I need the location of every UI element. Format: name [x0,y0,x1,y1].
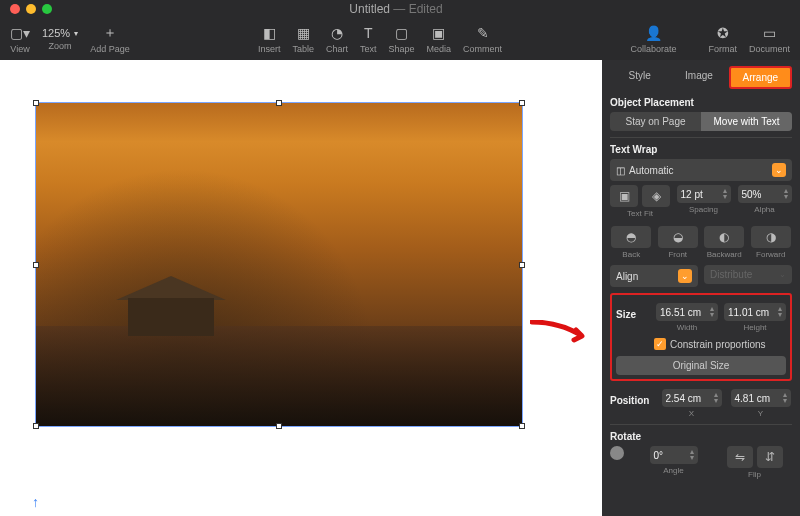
format-inspector: Style Image Arrange Object Placement Sta… [602,60,800,516]
insert-menu[interactable]: ◧Insert [258,24,281,54]
view-menu[interactable]: ▢▾ View [10,24,30,54]
object-placement-title: Object Placement [610,97,792,108]
size-section: Size 16.51 cm▴▾ Width 11.01 cm▴▾ Height … [610,293,792,381]
tab-image[interactable]: Image [669,66,728,89]
resize-handle[interactable] [519,423,525,429]
align-select[interactable]: Align⌄ [610,265,698,287]
window-title: Untitled — Edited [52,2,740,16]
format-icon: ✪ [717,24,729,42]
textfit-rect-button[interactable]: ▣ [610,185,638,207]
chart-icon: ◔ [331,24,343,42]
table-icon: ▦ [297,24,310,42]
textfit-contour-button[interactable]: ◈ [642,185,670,207]
placement-move[interactable]: Move with Text [701,112,792,131]
text-wrap-select[interactable]: ◫Automatic ⌄ [610,159,792,181]
text-icon: T [364,24,373,42]
resize-handle[interactable] [33,262,39,268]
send-backward-button[interactable]: ◐ [704,226,744,248]
title-bar: Untitled — Edited [0,0,800,18]
shape-menu[interactable]: ▢Shape [389,24,415,54]
rotate-title: Rotate [610,431,792,442]
original-size-button[interactable]: Original Size [616,356,786,375]
spacing-stepper[interactable]: 12 pt▴▾ [677,185,731,203]
collaborate-button[interactable]: 👤Collaborate [630,24,676,54]
doc-state: — Edited [393,2,442,16]
add-page-button[interactable]: ＋ Add Page [90,24,130,54]
text-wrap-title: Text Wrap [610,144,792,155]
toolbar: ▢▾ View 125%▾ Zoom ＋ Add Page ◧Insert ▦T… [0,18,800,60]
media-menu[interactable]: ▣Media [427,24,452,54]
zoom-control[interactable]: 125%▾ Zoom [42,27,78,51]
send-back-button[interactable]: ◓ [611,226,651,248]
resize-handle[interactable] [276,100,282,106]
checkmark-icon: ✓ [654,338,666,350]
angle-stepper[interactable]: 0°▴▾ [650,446,698,464]
image-autumn-cabin [36,103,522,426]
doc-name: Untitled [349,2,390,16]
document-icon: ▭ [763,24,776,42]
insert-icon: ◧ [263,24,276,42]
shape-icon: ▢ [395,24,408,42]
flip-horizontal-button[interactable]: ⇋ [727,446,753,468]
placement-stay[interactable]: Stay on Page [610,112,701,131]
wrap-mode-icon: ◫ [616,165,625,176]
text-menu[interactable]: TText [360,24,377,54]
resize-handle[interactable] [519,262,525,268]
bring-front-button[interactable]: ◒ [658,226,698,248]
inspector-tabs: Style Image Arrange [610,66,792,89]
resize-handle[interactable] [33,423,39,429]
comment-icon: ✎ [477,24,489,42]
comment-button[interactable]: ✎Comment [463,24,502,54]
distribute-select: Distribute⌄ [704,265,792,284]
constrain-checkbox[interactable]: ✓ Constrain proportions [616,338,786,350]
rotate-knob[interactable] [610,446,624,460]
collaborate-icon: 👤 [645,24,662,42]
format-button[interactable]: ✪Format [708,24,737,54]
size-title: Size [616,309,650,320]
x-stepper[interactable]: 2.54 cm▴▾ [662,389,722,407]
placement-segmented[interactable]: Stay on Page Move with Text [610,112,792,131]
alpha-stepper[interactable]: 50%▴▾ [738,185,792,203]
width-stepper[interactable]: 16.51 cm▴▾ [656,303,718,321]
add-page-icon: ＋ [103,24,117,42]
document-canvas[interactable]: ↑ [0,60,602,516]
y-stepper[interactable]: 4.81 cm▴▾ [731,389,791,407]
bring-forward-button[interactable]: ◑ [751,226,791,248]
chevron-down-icon: ⌄ [678,269,692,283]
chart-menu[interactable]: ◔Chart [326,24,348,54]
minimize-light[interactable] [26,4,36,14]
table-menu[interactable]: ▦Table [293,24,315,54]
document-button[interactable]: ▭Document [749,24,790,54]
window-controls [0,4,52,14]
zoom-light[interactable] [42,4,52,14]
media-icon: ▣ [432,24,445,42]
position-title: Position [610,395,654,406]
resize-handle[interactable] [519,100,525,106]
resize-handle[interactable] [33,100,39,106]
close-light[interactable] [10,4,20,14]
height-stepper[interactable]: 11.01 cm▴▾ [724,303,786,321]
selected-image[interactable] [35,102,523,427]
insertion-marker-icon: ↑ [32,494,39,510]
view-icon: ▢▾ [10,24,30,42]
flip-vertical-button[interactable]: ⇵ [757,446,783,468]
callout-arrow-icon [530,320,590,346]
tab-style[interactable]: Style [610,66,669,89]
resize-handle[interactable] [276,423,282,429]
chevron-down-icon: ⌄ [772,163,786,177]
tab-arrange[interactable]: Arrange [729,66,792,89]
